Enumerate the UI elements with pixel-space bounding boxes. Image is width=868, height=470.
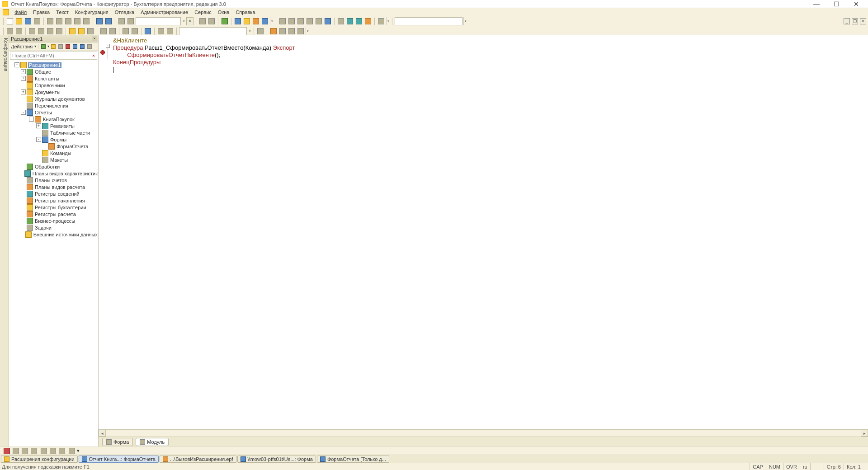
search-combo[interactable] [136,17,181,25]
redo-icon[interactable] [104,17,113,25]
bm-b-icon[interactable] [12,447,20,455]
comment-icon[interactable] [122,27,130,35]
tt-g-icon[interactable] [86,27,94,35]
nav-back-icon[interactable] [68,27,76,35]
tree-node[interactable]: Регистры расчета [9,211,98,217]
tree-node[interactable]: Макеты [9,156,98,163]
tt-n-icon[interactable] [278,27,287,35]
maximize-button[interactable]: ☐ [826,0,846,8]
actions-dd-icon[interactable]: ▾ [34,44,36,48]
debug-pause-icon[interactable] [243,17,251,25]
menu-text[interactable]: Текст [53,9,71,16]
print-icon[interactable] [33,17,41,25]
perf-icon[interactable] [364,17,372,25]
code-editor[interactable]: − &НаКлиенте Процедура Расш1_Сформироват… [99,35,868,429]
menu-admin[interactable]: Администрирование [138,9,191,16]
tt-p-dd-icon[interactable]: ▾ [306,27,309,35]
tree-node[interactable]: Команды [9,150,98,156]
tree-node[interactable]: +Документы [9,89,98,95]
save-icon[interactable] [24,17,32,25]
tt-e-icon[interactable] [46,27,54,35]
bm-h-dd-icon[interactable]: ▾ [77,448,80,454]
run-to-icon[interactable] [315,17,323,25]
tree-node[interactable]: Журналы документов [9,95,98,102]
stack-icon[interactable] [355,17,363,25]
mdi-close-icon[interactable]: × [860,18,866,24]
debug-run-icon[interactable] [234,17,242,25]
tree-node[interactable]: Регистры накопления [9,197,98,204]
debug-info-icon[interactable] [261,17,269,25]
tree-search-clear-icon[interactable]: × [90,53,97,58]
window-tab[interactable]: Отчет Книга...: ФормаОтчета [79,456,159,463]
add-dd-icon[interactable]: ▾ [47,44,49,48]
tree-node[interactable]: -Формы [9,136,98,143]
scroll-right-icon[interactable]: ▸ [861,430,868,437]
tt-a-icon[interactable] [6,27,14,35]
undo-icon[interactable] [95,17,104,25]
tree-node[interactable]: Планы счетов [9,177,98,183]
actions-dropdown[interactable]: Действия [10,44,33,49]
expand-icon[interactable]: - [21,110,26,115]
menu-service[interactable]: Сервис [192,9,214,16]
tree-node[interactable]: +Реквизиты [9,122,98,129]
mdi-restore-icon[interactable]: ❐ [852,18,858,24]
tree-node[interactable]: Табличные части [9,129,98,136]
menu-debug[interactable]: Отладка [112,9,137,16]
expand-icon[interactable]: - [36,137,41,142]
tt-f-icon[interactable] [55,27,63,35]
paste-icon[interactable] [64,17,72,25]
clear-search-button[interactable]: × [186,17,193,25]
scroll-left-icon[interactable]: ◂ [99,430,106,437]
mdi-minimize-icon[interactable]: _ [844,18,850,24]
tt-c-icon[interactable] [28,27,36,35]
tt-o-icon[interactable] [288,27,296,35]
expand-icon[interactable]: + [36,123,41,128]
compare-icon[interactable] [73,17,81,25]
menu-edit[interactable]: Правка [30,9,52,16]
menu-config[interactable]: Конфигурация [72,9,111,16]
tree-node[interactable]: -Отчеты [9,109,98,116]
find2-icon[interactable] [127,17,135,25]
gutter[interactable]: − [99,35,111,429]
tree-node[interactable]: Внешние источники данных [9,231,98,238]
expand-icon[interactable]: + [21,69,26,74]
tree-node[interactable]: Регистры сведений [9,190,98,197]
tb-b-icon[interactable] [208,17,216,25]
window-tab[interactable]: ...\ВызовИзРасширения.epf [160,456,236,463]
editor-tab[interactable]: Форма [102,438,133,446]
tt-k-icon[interactable] [166,27,174,35]
expand-icon[interactable]: + [21,89,26,94]
tt-m-icon[interactable] [269,27,278,35]
copy-icon[interactable] [55,17,63,25]
nav-fwd-icon[interactable] [77,27,85,35]
continue-icon[interactable] [324,17,332,25]
bm-f-icon[interactable] [49,447,57,455]
tt-l-icon[interactable] [256,27,264,35]
timer-icon[interactable] [377,17,385,25]
uncomment-icon[interactable] [131,27,139,35]
bm-g-icon[interactable] [58,447,66,455]
extra-icon[interactable] [82,17,90,25]
down-icon[interactable] [79,43,85,50]
menu-file[interactable]: Файл [12,9,29,16]
menu-windows[interactable]: Окна [215,9,232,16]
tree-node[interactable]: Задачи [9,224,98,231]
tree-node[interactable]: +Константы [9,75,98,82]
tree-node[interactable]: ФормаОтчета [9,143,98,150]
sort-icon[interactable] [86,43,93,50]
step-cursor-icon[interactable] [306,17,314,25]
cut-icon[interactable] [46,17,54,25]
tree-node[interactable]: Перечисления [9,102,98,109]
window-tab[interactable]: Расширения конфигурации [1,456,78,463]
up-icon[interactable] [72,43,78,50]
tt-b-icon[interactable] [15,27,23,35]
tb-a-icon[interactable] [198,17,207,25]
watch-icon[interactable] [346,17,354,25]
config-side-tab[interactable]: Конфигурация [0,35,9,446]
bm-d-icon[interactable] [30,447,38,455]
proc-dd-icon[interactable]: ▾ [463,17,467,25]
status-lang[interactable]: ru [800,463,810,470]
bm-c-icon[interactable] [21,447,29,455]
close-button[interactable]: ✕ [846,0,866,8]
tree-node[interactable]: Обработки [9,163,98,170]
